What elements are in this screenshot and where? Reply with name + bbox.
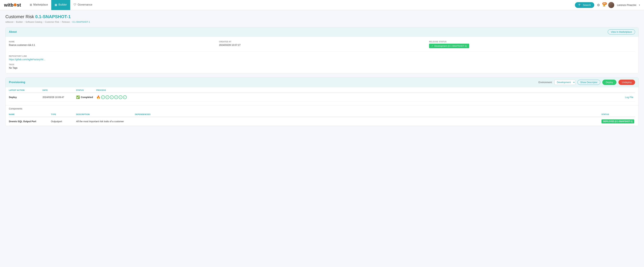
view-marketplace-button[interactable]: View in Marketplace	[608, 29, 635, 34]
col-header-process: PROCESS	[96, 89, 625, 91]
about-info-grid: NAME finance.customer-risk.0.1 CREATED A…	[9, 41, 635, 52]
page-content: Customer Risk 0.1-SNAPSHOT-1 witboost / …	[0, 10, 644, 134]
notification-badge: 99+	[602, 2, 607, 5]
tags-label: TAGS	[9, 63, 635, 65]
components-label: Components	[9, 107, 635, 110]
component-row: Dremio SQL Output Port Outputport All th…	[9, 117, 635, 126]
governance-icon: 🛡	[74, 3, 76, 6]
tags-value: No Tags	[9, 66, 635, 69]
marketplace-icon: ⊞	[30, 3, 32, 6]
comp-name-cell: Dremio SQL Output Port	[9, 120, 51, 123]
comp-description-cell: All the most important risk traits of a …	[76, 120, 135, 123]
breadcrumb-sep-2: /	[24, 21, 24, 23]
process-step-3: ✓	[110, 95, 114, 99]
nav-item-builder[interactable]: ▦ Builder	[51, 0, 70, 10]
breadcrumb-current: 0.1-SNAPSHOT-1	[72, 21, 90, 23]
fire-icon: 🔥	[96, 95, 100, 99]
breadcrumb-witboost[interactable]: witboost	[6, 21, 14, 23]
title-version: 0.1-SNAPSHOT-1	[35, 14, 71, 19]
log-cell: Log File	[625, 96, 635, 99]
breadcrumb-customer-risk[interactable]: Customer Risk	[45, 21, 59, 23]
date-cell: 2024/03/28 10:09:47	[42, 96, 76, 99]
breadcrumb-release[interactable]: Release	[62, 21, 70, 23]
process-step-1: ✓	[101, 95, 105, 99]
breadcrumb-sep-5: /	[71, 21, 72, 23]
nav-item-marketplace[interactable]: ⊞ Marketplace	[26, 0, 51, 10]
nav-label-marketplace: Marketplace	[33, 3, 48, 6]
col-header-action: LATEST ACTION	[9, 89, 42, 91]
log-file-link[interactable]: Log File	[625, 96, 634, 99]
about-section-title: About	[9, 30, 17, 33]
comp-status-cell: DEPLOYED (0.1-SNAPSHOT-1)	[602, 119, 635, 123]
provisioning-controls: Environment: Development Show Descriptor…	[538, 80, 635, 85]
col-header-log	[625, 89, 635, 91]
nav-item-governance[interactable]: 🛡 Governance	[70, 0, 96, 10]
chevron-down-icon: ▾	[639, 4, 640, 6]
process-step-2: ✓	[106, 95, 109, 99]
breadcrumb-sep-3: /	[43, 21, 44, 23]
notification-bell[interactable]: 🔔 99+	[603, 4, 606, 6]
avatar-image	[608, 2, 614, 8]
breadcrumb-builder[interactable]: Builder	[16, 21, 23, 23]
table-row: Deploy 2024/03/28 10:09:47 ✅ Completed 🔥…	[9, 93, 635, 102]
comp-col-description: DESCRIPTION	[76, 113, 135, 115]
process-cell: 🔥 ✓ ✓ ✓ ✓ ✓ ✓	[96, 95, 625, 99]
action-cell: Deploy	[9, 96, 42, 99]
release-status-value: Development (0.1-SNAPSHOT-1)	[434, 45, 467, 47]
release-status-label: RELEASE STATUS	[429, 41, 635, 43]
undeploy-button[interactable]: Undeploy	[618, 80, 635, 85]
about-tags-block: TAGS No Tags	[9, 63, 635, 69]
nav-label-governance: Governance	[78, 3, 92, 6]
settings-icon[interactable]: ⚙	[597, 3, 600, 7]
show-descriptor-button[interactable]: Show Descriptor	[578, 80, 600, 85]
created-at-value: 2024/03/28 10:07:27	[219, 44, 425, 46]
provisioning-card: Provisioning Environment: Development Sh…	[6, 77, 638, 126]
completed-icon: ✅	[76, 95, 80, 99]
environment-select[interactable]: Development	[554, 80, 576, 85]
repo-link-value[interactable]: https://gitlab.com/AgileFactory/W...	[9, 58, 45, 61]
comp-col-dependencies: DEPENDENCIES	[135, 113, 602, 115]
components-table-header: NAME TYPE DESCRIPTION DEPENDENCIES STATU…	[9, 112, 635, 117]
created-at-label: CREATED AT	[219, 41, 425, 43]
nav-label-builder: Builder	[58, 3, 67, 6]
provisioning-table: LATEST ACTION DATE STATUS PROCESS Deploy…	[6, 87, 638, 105]
provisioning-card-header: Provisioning Environment: Development Sh…	[6, 78, 638, 87]
navbar: witbst ⊞ Marketplace ▦ Builder 🛡 Governa…	[0, 0, 644, 10]
release-status-badge: ✓ Development (0.1-SNAPSHOT-1)	[429, 44, 469, 48]
about-card-header: About View in Marketplace	[6, 27, 638, 37]
process-icons: 🔥 ✓ ✓ ✓ ✓ ✓ ✓	[96, 95, 625, 99]
col-header-status: STATUS	[76, 89, 96, 91]
deployed-badge: DEPLOYED (0.1-SNAPSHOT-1)	[602, 119, 634, 123]
about-release-status-block: RELEASE STATUS ✓ Development (0.1-SNAPSH…	[429, 41, 635, 48]
status-completed: ✅ Completed	[76, 95, 96, 99]
name-value: finance.customer-risk.0.1	[9, 44, 215, 46]
comp-type-cell: Outputport	[51, 120, 76, 123]
breadcrumb-software-catalog[interactable]: Software Catalog	[26, 21, 42, 23]
process-step-4: ✓	[114, 95, 118, 99]
about-created-block: CREATED AT 2024/03/28 10:07:27	[219, 41, 425, 48]
about-card: About View in Marketplace NAME finance.c…	[6, 27, 638, 73]
breadcrumb-sep-1: /	[14, 21, 15, 23]
page-title: Customer Risk 0.1-SNAPSHOT-1	[6, 14, 638, 19]
comp-col-status: STATUS	[602, 113, 635, 115]
provisioning-section-title: Provisioning	[9, 81, 25, 84]
name-label: NAME	[9, 41, 215, 43]
search-label: Search	[583, 3, 591, 6]
process-step-6: ✓	[123, 95, 127, 99]
components-section: Components NAME TYPE DESCRIPTION DEPENDE…	[6, 105, 638, 126]
user-name[interactable]: Lorenzo Pirazzini	[617, 3, 636, 6]
process-step-5: ✓	[119, 95, 122, 99]
comp-col-name: NAME	[9, 113, 51, 115]
about-repo-block: REPOSITORY LINK https://gitlab.com/Agile…	[9, 55, 635, 61]
logo-text: witbst	[4, 2, 21, 8]
breadcrumb-sep-4: /	[60, 21, 61, 23]
logo[interactable]: witbst	[4, 2, 21, 8]
title-prefix: Customer Risk	[6, 14, 34, 19]
avatar[interactable]	[608, 2, 614, 8]
search-button[interactable]: 🔍 Search	[575, 2, 594, 8]
comp-col-type: TYPE	[51, 113, 76, 115]
deploy-button[interactable]: Deploy	[602, 80, 616, 85]
provisioning-table-header: LATEST ACTION DATE STATUS PROCESS	[9, 87, 635, 93]
check-icon: ✓	[432, 45, 433, 47]
col-header-date: DATE	[42, 89, 76, 91]
